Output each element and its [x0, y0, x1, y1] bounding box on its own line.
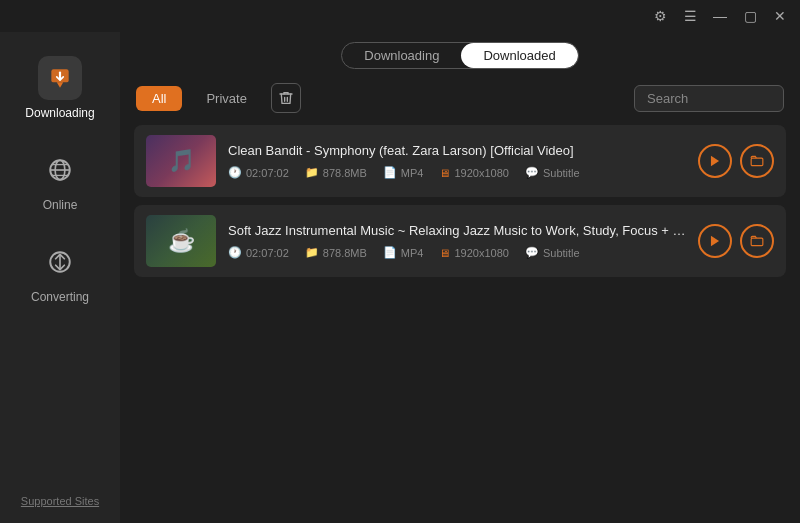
resolution-2: 🖥 1920x1080 [439, 246, 508, 259]
svg-rect-11 [751, 158, 763, 166]
folder-icon: 📁 [305, 166, 319, 179]
video-actions-2 [698, 224, 774, 258]
online-icon-wrap [38, 148, 82, 192]
file-icon-2: 📄 [383, 246, 397, 259]
video-meta-2: 🕐 02:07:02 📁 878.8MB 📄 MP4 🖥 [228, 246, 686, 259]
video-actions-1 [698, 144, 774, 178]
filter-bar: All Private [120, 77, 800, 119]
converting-icon [47, 249, 73, 275]
video-info-2: Soft Jazz Instrumental Music ~ Relaxing … [228, 223, 686, 259]
search-input[interactable] [634, 85, 784, 112]
folder-open-button-2[interactable] [740, 224, 774, 258]
play-button-2[interactable] [698, 224, 732, 258]
downloading-icon-wrap [38, 56, 82, 100]
video-list: 🎵 Clean Bandit - Symphony (feat. Zara La… [120, 119, 800, 523]
folder-icon-2: 📁 [305, 246, 319, 259]
play-icon-2 [708, 234, 722, 248]
format-2: 📄 MP4 [383, 246, 424, 259]
filter-all-button[interactable]: All [136, 86, 182, 111]
subtitle-icon-2: 💬 [525, 246, 539, 259]
play-button-1[interactable] [698, 144, 732, 178]
table-row: ☕ Soft Jazz Instrumental Music ~ Relaxin… [134, 205, 786, 277]
sidebar-label-online: Online [43, 198, 78, 212]
svg-marker-1 [57, 82, 64, 87]
subtitle-icon: 💬 [525, 166, 539, 179]
svg-rect-13 [751, 238, 763, 246]
folder-open-icon-2 [750, 234, 764, 248]
subtitle-1: 💬 Subtitle [525, 166, 580, 179]
delete-button[interactable] [271, 83, 301, 113]
settings-button[interactable]: ⚙ [648, 4, 672, 28]
content-area: Downloading Downloaded All Private [120, 32, 800, 523]
sidebar: Downloading Online [0, 32, 120, 523]
downloading-icon [47, 65, 73, 91]
svg-marker-10 [711, 156, 719, 167]
sidebar-label-converting: Converting [31, 290, 89, 304]
sidebar-item-converting[interactable]: Converting [0, 226, 120, 318]
maximize-button[interactable]: ▢ [738, 4, 762, 28]
sidebar-item-online[interactable]: Online [0, 134, 120, 226]
video-thumbnail-1: 🎵 [146, 135, 216, 187]
table-row: 🎵 Clean Bandit - Symphony (feat. Zara La… [134, 125, 786, 197]
online-icon [47, 157, 73, 183]
video-title-2: Soft Jazz Instrumental Music ~ Relaxing … [228, 223, 686, 238]
video-info-1: Clean Bandit - Symphony (feat. Zara Lars… [228, 143, 686, 179]
video-thumbnail-2: ☕ [146, 215, 216, 267]
clock-icon: 🕐 [228, 166, 242, 179]
sidebar-label-downloading: Downloading [25, 106, 94, 120]
video-meta-1: 🕐 02:07:02 📁 878.8MB 📄 MP4 🖥 [228, 166, 686, 179]
monitor-icon: 🖥 [439, 167, 450, 179]
converting-icon-wrap [38, 240, 82, 284]
video-title-1: Clean Bandit - Symphony (feat. Zara Lars… [228, 143, 686, 158]
format-1: 📄 MP4 [383, 166, 424, 179]
supported-sites-link[interactable]: Supported Sites [21, 485, 99, 513]
sidebar-item-downloading[interactable]: Downloading [0, 42, 120, 134]
resolution-1: 🖥 1920x1080 [439, 166, 508, 179]
minimize-button[interactable]: — [708, 4, 732, 28]
close-button[interactable]: ✕ [768, 4, 792, 28]
monitor-icon-2: 🖥 [439, 247, 450, 259]
size-1: 📁 878.8MB [305, 166, 367, 179]
size-2: 📁 878.8MB [305, 246, 367, 259]
thumbnail-image-2: ☕ [146, 215, 216, 267]
svg-marker-12 [711, 236, 719, 247]
title-bar: ⚙ ☰ — ▢ ✕ [0, 0, 800, 32]
clock-icon-2: 🕐 [228, 246, 242, 259]
top-tab-bar: Downloading Downloaded [120, 32, 800, 77]
tab-group: Downloading Downloaded [341, 42, 578, 69]
play-icon-1 [708, 154, 722, 168]
trash-icon [278, 90, 294, 106]
thumbnail-image-1: 🎵 [146, 135, 216, 187]
file-icon: 📄 [383, 166, 397, 179]
folder-open-button-1[interactable] [740, 144, 774, 178]
duration-1: 🕐 02:07:02 [228, 166, 289, 179]
menu-button[interactable]: ☰ [678, 4, 702, 28]
subtitle-2: 💬 Subtitle [525, 246, 580, 259]
folder-open-icon-1 [750, 154, 764, 168]
tab-downloading[interactable]: Downloading [342, 43, 461, 68]
duration-2: 🕐 02:07:02 [228, 246, 289, 259]
tab-downloaded[interactable]: Downloaded [461, 43, 577, 68]
filter-private-button[interactable]: Private [190, 86, 262, 111]
